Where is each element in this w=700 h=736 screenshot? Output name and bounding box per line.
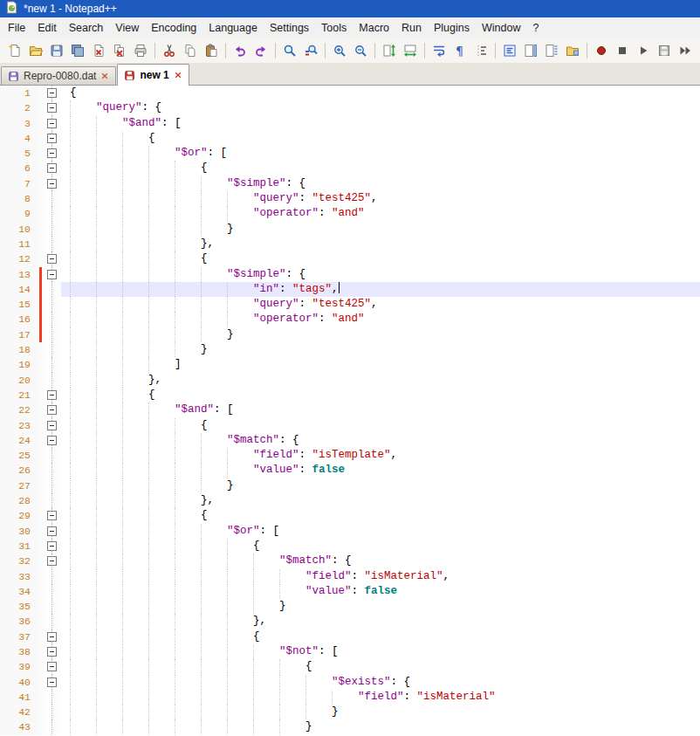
code-line[interactable]: 21{ [0, 388, 700, 402]
code-line[interactable]: 40"$exists": { [0, 675, 700, 690]
line-number[interactable]: 26 [0, 463, 38, 478]
code-line[interactable]: 27} [0, 478, 700, 493]
macro-stop-button[interactable] [612, 40, 633, 61]
code-line[interactable]: 15"query": "test425", [0, 297, 700, 312]
fold-collapse-icon[interactable] [47, 541, 57, 551]
fold-collapse-icon[interactable] [47, 632, 57, 642]
tab-close-icon[interactable] [100, 72, 109, 80]
document-map-button[interactable] [520, 40, 541, 61]
line-number[interactable]: 41 [0, 690, 38, 705]
menu-item-macro[interactable]: Macro [353, 19, 395, 37]
code-line[interactable]: 24"$match": { [0, 433, 700, 448]
code-line[interactable]: 14"in": "tags", [0, 282, 700, 297]
tab-new-1[interactable]: new 1 [117, 64, 189, 86]
menu-item-encoding[interactable]: Encoding [145, 19, 202, 37]
line-number[interactable]: 25 [0, 448, 38, 463]
sync-scroll-horizontal-button[interactable] [400, 40, 421, 61]
line-number[interactable]: 13 [0, 267, 38, 282]
menu-item-settings[interactable]: Settings [264, 19, 315, 37]
fold-collapse-icon[interactable] [47, 88, 57, 98]
code-line[interactable]: 22"$and": [ [0, 402, 700, 417]
fold-collapse-icon[interactable] [47, 179, 57, 189]
line-number[interactable]: 6 [0, 161, 38, 175]
code-line[interactable]: 37{ [0, 629, 700, 644]
code-line[interactable]: 35} [0, 599, 700, 614]
code-line[interactable]: 13"$simple": { [0, 267, 700, 282]
code-line[interactable]: 1{ [0, 86, 700, 100]
find-button[interactable] [279, 40, 300, 61]
fold-collapse-icon[interactable] [47, 390, 57, 400]
macro-record-button[interactable] [591, 40, 612, 61]
code-line[interactable]: 20}, [0, 373, 700, 388]
code-line[interactable]: 28}, [0, 493, 700, 508]
line-number[interactable]: 16 [0, 312, 38, 327]
menu-item-view[interactable]: View [109, 19, 145, 37]
fold-collapse-icon[interactable] [47, 270, 57, 279]
line-number[interactable]: 9 [0, 206, 38, 221]
fold-collapse-icon[interactable] [47, 662, 57, 671]
fold-collapse-icon[interactable] [47, 103, 57, 113]
line-number[interactable]: 40 [0, 675, 38, 690]
line-number[interactable]: 34 [0, 584, 38, 599]
cut-button[interactable] [159, 40, 180, 61]
code-line[interactable]: 34"value": false [0, 584, 700, 599]
menu-item-plugins[interactable]: Plugins [428, 19, 476, 37]
menu-item-edit[interactable]: Edit [31, 19, 63, 37]
tab-repro-0080-dat[interactable]: Repro-0080.dat [1, 66, 116, 85]
code-line[interactable]: 36}, [0, 614, 700, 629]
fold-collapse-icon[interactable] [47, 163, 57, 173]
code-line[interactable]: 32"$match": { [0, 554, 700, 568]
fold-collapse-icon[interactable] [47, 436, 57, 445]
line-number[interactable]: 18 [0, 342, 38, 357]
code-line[interactable]: 7"$simple": { [0, 176, 700, 191]
line-number[interactable]: 4 [0, 131, 38, 146]
fold-collapse-icon[interactable] [47, 405, 57, 415]
code-line[interactable]: 38"$not": [ [0, 644, 700, 659]
editor[interactable]: 1{2"query": {3"$and": [4{5"$or": [6{7"$s… [0, 86, 700, 736]
code-line[interactable]: 4{ [0, 131, 700, 146]
menu-item-tools[interactable]: Tools [315, 19, 353, 37]
macro-save-button[interactable] [654, 40, 675, 61]
line-number[interactable]: 28 [0, 493, 38, 508]
line-number[interactable]: 36 [0, 614, 38, 629]
undo-button[interactable] [230, 40, 250, 61]
fold-collapse-icon[interactable] [47, 119, 57, 128]
line-number[interactable]: 30 [0, 524, 38, 539]
line-number[interactable]: 5 [0, 146, 38, 161]
line-number[interactable]: 32 [0, 554, 38, 568]
close-all-button[interactable] [109, 40, 130, 61]
code-line[interactable]: 17} [0, 327, 700, 342]
line-number[interactable]: 37 [0, 629, 38, 644]
line-number[interactable]: 38 [0, 644, 38, 659]
code-line[interactable]: 19] [0, 357, 700, 372]
line-number[interactable]: 1 [0, 86, 38, 100]
menu-item-run[interactable]: Run [395, 19, 428, 37]
line-number[interactable]: 2 [0, 100, 38, 115]
line-number[interactable]: 42 [0, 705, 38, 719]
line-number[interactable]: 8 [0, 191, 38, 206]
folder-as-workspace-button[interactable] [562, 40, 583, 61]
fold-collapse-icon[interactable] [47, 678, 57, 687]
code-line[interactable]: 23{ [0, 418, 700, 433]
code-line[interactable]: 12{ [0, 251, 700, 266]
fold-collapse-icon[interactable] [47, 254, 57, 264]
line-number[interactable]: 10 [0, 222, 38, 237]
line-number[interactable]: 22 [0, 402, 38, 417]
code-line[interactable]: 29{ [0, 508, 700, 523]
code-line[interactable]: 26"value": false [0, 463, 700, 478]
new-file-button[interactable] [4, 40, 25, 61]
line-number[interactable]: 27 [0, 478, 38, 493]
fold-collapse-icon[interactable] [47, 526, 57, 536]
code-line[interactable]: 9"operator": "and" [0, 206, 700, 221]
code-line[interactable]: 43} [0, 719, 700, 734]
macro-run-multiple-button[interactable] [675, 40, 696, 61]
menu-item-file[interactable]: File [2, 19, 31, 37]
code-line[interactable]: 18} [0, 342, 700, 357]
line-number[interactable]: 3 [0, 116, 38, 131]
line-number[interactable]: 17 [0, 327, 38, 342]
menu-item-window[interactable]: Window [476, 19, 526, 37]
sync-scroll-vertical-button[interactable] [379, 40, 400, 61]
indent-guide-button[interactable] [470, 40, 491, 61]
fold-collapse-icon[interactable] [47, 134, 57, 143]
line-number[interactable]: 21 [0, 388, 38, 402]
